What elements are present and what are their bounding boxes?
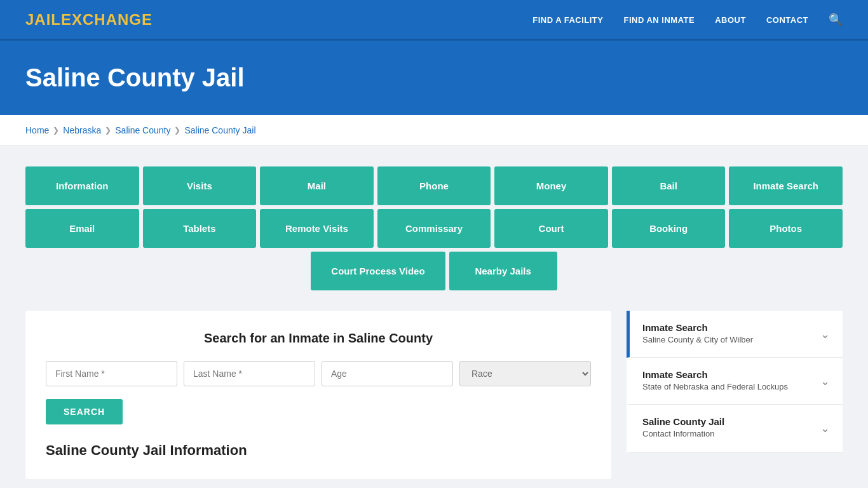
nav-about[interactable]: ABOUT <box>715 14 746 25</box>
two-col-layout: Search for an Inmate in Saline County Ra… <box>25 311 843 479</box>
sidebar-item-saline-text: Inmate Search Saline County & City of Wi… <box>642 322 753 346</box>
sidebar-item-saline-subtitle: Saline County & City of Wilber <box>642 334 753 346</box>
first-name-input[interactable] <box>46 361 177 386</box>
section-heading: Saline County Jail Information <box>46 442 591 459</box>
sidebar-item-nebraska-subtitle: State of Nebraska and Federal Lockups <box>642 381 788 393</box>
btn-remote-visits[interactable]: Remote Visits <box>260 209 374 248</box>
search-title: Search for an Inmate in Saline County <box>46 331 591 346</box>
btn-inmate-search[interactable]: Inmate Search <box>729 166 843 205</box>
race-select[interactable]: Race White Black Hispanic Asian Other <box>459 361 591 386</box>
sidebar-item-inmate-search-nebraska[interactable]: Inmate Search State of Nebraska and Fede… <box>627 358 843 405</box>
sidebar-item-nebraska-text: Inmate Search State of Nebraska and Fede… <box>642 369 788 393</box>
button-grid-row1: Information Visits Mail Phone Money Bail… <box>25 166 843 205</box>
btn-booking[interactable]: Booking <box>612 209 726 248</box>
btn-nearby-jails[interactable]: Nearby Jails <box>449 252 557 290</box>
breadcrumb: Home ❯ Nebraska ❯ Saline County ❯ Saline… <box>25 125 843 135</box>
sidebar-item-contact-text: Saline County Jail Contact Information <box>642 416 724 440</box>
sidebar-item-nebraska-title: Inmate Search <box>642 369 788 380</box>
button-grid-row2: Email Tablets Remote Visits Commissary C… <box>25 209 843 248</box>
btn-court-process-video[interactable]: Court Process Video <box>311 252 445 290</box>
nav-find-facility[interactable]: FIND A FACILITY <box>532 14 603 25</box>
chevron-down-icon: ⌄ <box>820 327 830 341</box>
logo-part3: XCHANGE <box>72 11 153 28</box>
logo[interactable]: JAILEXCHANGE <box>25 11 153 29</box>
btn-email[interactable]: Email <box>25 209 139 248</box>
search-inputs: Race White Black Hispanic Asian Other <box>46 361 591 386</box>
breadcrumb-current: Saline County Jail <box>184 125 255 135</box>
nav-find-inmate[interactable]: FIND AN INMATE <box>623 14 695 25</box>
search-card: Search for an Inmate in Saline County Ra… <box>25 311 611 479</box>
btn-commissary[interactable]: Commissary <box>377 209 491 248</box>
nav-links: FIND A FACILITY FIND AN INMATE ABOUT CON… <box>532 13 843 27</box>
btn-phone[interactable]: Phone <box>377 166 491 205</box>
sidebar: Inmate Search Saline County & City of Wi… <box>627 311 843 452</box>
last-name-input[interactable] <box>184 361 315 386</box>
logo-highlight: E <box>61 11 72 28</box>
age-input[interactable] <box>322 361 453 386</box>
btn-information[interactable]: Information <box>25 166 139 205</box>
chevron-down-icon-3: ⌄ <box>820 421 830 435</box>
btn-mail[interactable]: Mail <box>260 166 374 205</box>
nav-find-facility-link[interactable]: FIND A FACILITY <box>532 15 603 25</box>
breadcrumb-sep-2: ❯ <box>105 126 111 135</box>
sidebar-item-contact-info[interactable]: Saline County Jail Contact Information ⌄ <box>627 405 843 452</box>
btn-court[interactable]: Court <box>494 209 608 248</box>
nav-contact-link[interactable]: CONTACT <box>766 15 808 25</box>
chevron-down-icon-2: ⌄ <box>820 374 830 388</box>
hero-banner: Saline County Jail <box>0 41 868 115</box>
logo-part1: JAIL <box>25 11 61 28</box>
breadcrumb-home[interactable]: Home <box>25 125 49 135</box>
btn-money[interactable]: Money <box>494 166 608 205</box>
breadcrumb-sep-1: ❯ <box>53 126 59 135</box>
sidebar-item-contact-subtitle: Contact Information <box>642 428 724 440</box>
nav-about-link[interactable]: ABOUT <box>715 15 746 25</box>
search-button[interactable]: SEARCH <box>46 399 123 424</box>
nav-find-inmate-link[interactable]: FIND AN INMATE <box>623 15 695 25</box>
nav-contact[interactable]: CONTACT <box>766 14 808 25</box>
nav-search-icon[interactable]: 🔍 <box>829 13 843 27</box>
btn-photos[interactable]: Photos <box>729 209 843 248</box>
btn-visits[interactable]: Visits <box>143 166 257 205</box>
breadcrumb-bar: Home ❯ Nebraska ❯ Saline County ❯ Saline… <box>0 115 868 146</box>
main-content: Information Visits Mail Phone Money Bail… <box>0 146 868 488</box>
breadcrumb-nebraska[interactable]: Nebraska <box>63 125 101 135</box>
btn-tablets[interactable]: Tablets <box>143 209 257 248</box>
sidebar-item-contact-title: Saline County Jail <box>642 416 724 427</box>
breadcrumb-saline-county[interactable]: Saline County <box>115 125 170 135</box>
breadcrumb-sep-3: ❯ <box>174 126 180 135</box>
button-grid-row3: Court Process Video Nearby Jails <box>25 252 843 290</box>
navbar: JAILEXCHANGE FIND A FACILITY FIND AN INM… <box>0 0 868 41</box>
btn-bail[interactable]: Bail <box>612 166 726 205</box>
sidebar-item-saline-title: Inmate Search <box>642 322 753 333</box>
page-title: Saline County Jail <box>25 64 843 92</box>
sidebar-item-inmate-search-saline[interactable]: Inmate Search Saline County & City of Wi… <box>627 311 843 358</box>
